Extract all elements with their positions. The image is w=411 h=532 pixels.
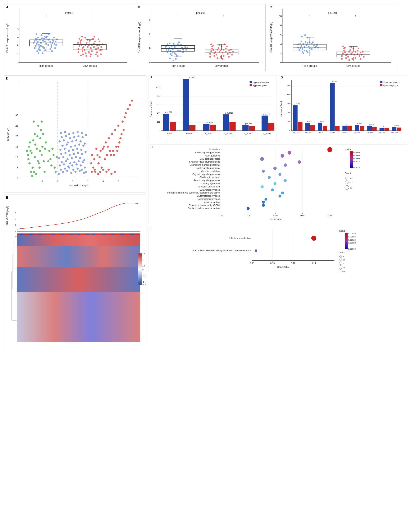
svg-rect-604: [203, 124, 210, 131]
svg-point-471: [94, 171, 96, 173]
svg-text:pvalue: pvalue: [345, 148, 351, 151]
svg-rect-678: [380, 84, 382, 86]
svg-text:0: 0: [17, 61, 18, 64]
svg-point-367: [28, 146, 30, 148]
svg-text:p<0.001: p<0.001: [328, 11, 337, 14]
svg-point-361: [32, 139, 34, 142]
svg-text:DNMT3B expression(log2): DNMT3B expression(log2): [269, 22, 272, 54]
svg-text:Low groups: Low groups: [215, 64, 229, 67]
svg-point-726: [278, 173, 281, 176]
svg-rect-539: [61, 233, 64, 235]
svg-point-393: [58, 173, 60, 175]
svg-point-196: [220, 50, 221, 51]
svg-text:p=0.746: p=0.746: [206, 121, 213, 124]
svg-rect-650: [335, 126, 339, 131]
svg-point-365: [33, 171, 35, 173]
panel-i: I 0.08 0.10 0.12 0.14: [149, 226, 407, 272]
svg-text:0: 0: [17, 177, 18, 179]
svg-point-390: [55, 171, 57, 173]
svg-text:600: 600: [157, 103, 160, 105]
svg-text:Olfactory transduction: Olfactory transduction: [229, 237, 251, 239]
svg-rect-610: [243, 125, 249, 131]
svg-text:-0.5: -0.5: [142, 275, 146, 277]
svg-point-748: [345, 180, 348, 184]
svg-point-102: [96, 51, 98, 53]
svg-text:30: 30: [16, 114, 18, 116]
svg-rect-555: [111, 233, 114, 235]
svg-text:p<0.001: p<0.001: [188, 76, 195, 78]
svg-rect-552: [102, 233, 105, 235]
svg-point-59: [48, 34, 50, 35]
svg-point-429: [69, 154, 71, 156]
svg-rect-525: [17, 233, 20, 235]
svg-point-159: [181, 47, 183, 48]
svg-point-394: [62, 171, 64, 173]
svg-point-509: [105, 171, 108, 173]
svg-point-16: [37, 41, 39, 43]
svg-point-81: [90, 47, 92, 49]
svg-point-166: [166, 46, 167, 47]
svg-point-50: [47, 36, 48, 38]
svg-point-210: [209, 56, 211, 57]
svg-rect-624: [250, 84, 252, 86]
svg-text:0.0006: 0.0006: [354, 154, 360, 156]
svg-point-428: [65, 152, 66, 154]
svg-text:0.08: 0.08: [328, 214, 332, 217]
svg-point-502: [129, 104, 131, 106]
svg-text:GABAergic synapse: GABAergic synapse: [200, 189, 220, 191]
svg-point-462: [72, 132, 75, 134]
svg-point-410: [71, 164, 74, 167]
svg-point-476: [109, 150, 111, 152]
svg-point-85: [86, 42, 87, 44]
svg-rect-647: [323, 126, 327, 131]
svg-point-349: [34, 156, 36, 158]
svg-point-503: [131, 100, 133, 102]
svg-text:200: 200: [287, 112, 290, 114]
svg-rect-526: [20, 233, 23, 235]
svg-text:Axon guidance: Axon guidance: [205, 154, 220, 157]
svg-text:pvalue: pvalue: [338, 229, 345, 232]
svg-text:-log10(FDR): -log10(FDR): [6, 127, 9, 142]
svg-point-468: [96, 154, 99, 156]
svg-rect-658: [367, 126, 372, 131]
svg-text:GeneRatio: GeneRatio: [270, 218, 281, 220]
svg-text:6: 6: [17, 36, 18, 38]
svg-point-467: [93, 158, 95, 160]
svg-point-314: [348, 59, 350, 61]
svg-point-87: [82, 50, 84, 52]
svg-text:15: 15: [16, 145, 18, 148]
svg-text:500: 500: [287, 84, 290, 86]
svg-point-146: [171, 45, 173, 47]
svg-point-732: [281, 192, 284, 195]
svg-point-205: [228, 50, 230, 51]
svg-point-422: [66, 158, 69, 160]
svg-text:0.00026: 0.00026: [348, 239, 356, 241]
panel-a-svg: DNMT1 expression(log2) 0 2 4 6 8 p<: [4, 4, 134, 71]
svg-point-718: [327, 147, 332, 152]
panel-c: C DNMT3B expression(log2) 0 2 4 6 8 10: [268, 4, 397, 71]
svg-point-398: [79, 170, 81, 172]
svg-text:S_Shore: S_Shore: [263, 132, 271, 134]
svg-point-405: [81, 169, 83, 171]
svg-point-728: [284, 179, 287, 182]
svg-point-109: [84, 37, 86, 38]
svg-point-746: [346, 177, 348, 179]
svg-point-364: [39, 137, 41, 139]
svg-text:High groups: High groups: [302, 64, 317, 67]
svg-rect-644: [310, 125, 315, 131]
svg-rect-662: [384, 128, 389, 131]
svg-point-407: [59, 164, 61, 167]
svg-text:2: 2: [17, 52, 18, 55]
svg-point-507: [99, 171, 101, 173]
svg-point-47: [35, 38, 37, 39]
svg-point-465: [85, 134, 87, 136]
svg-point-785: [339, 266, 342, 269]
panel-g-svg: G Number of DMR 0 100 200 300 400 500: [279, 76, 407, 142]
svg-text:0.04: 0.04: [219, 214, 223, 217]
svg-text:25: 25: [350, 187, 352, 189]
svg-point-463: [76, 131, 79, 133]
svg-rect-542: [70, 233, 74, 235]
svg-point-180: [176, 55, 178, 57]
svg-point-432: [81, 153, 83, 155]
svg-point-454: [65, 135, 67, 137]
